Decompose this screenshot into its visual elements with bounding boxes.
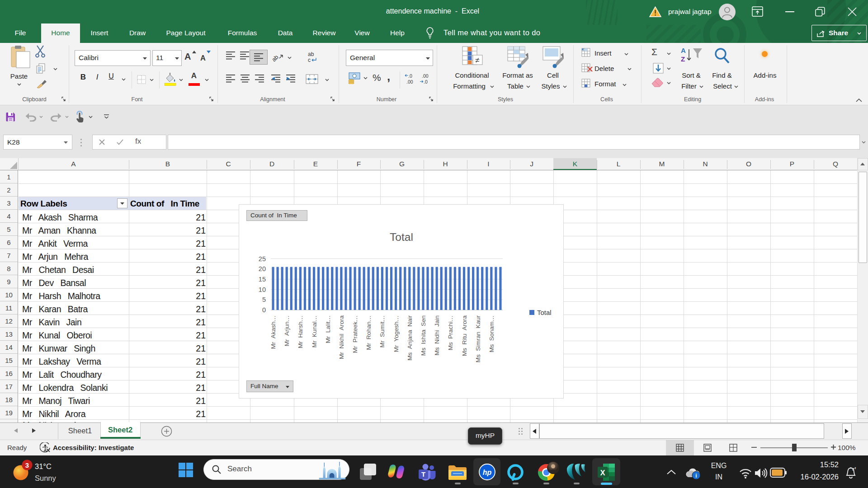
svg-text:i: i	[695, 473, 697, 479]
svg-text:Ms Prachi…: Ms Prachi…	[447, 315, 454, 350]
svg-text:5: 5	[262, 296, 266, 303]
svg-text:Ms Nidhi Jain: Ms Nidhi Jain	[434, 315, 440, 356]
svg-text:.0: .0	[424, 79, 428, 84]
svg-text:Mr Rohan…: Mr Rohan…	[365, 315, 372, 350]
svg-text:Mr Nikhil Arora: Mr Nikhil Arora	[338, 315, 345, 359]
svg-text:Ms Sonam…: Ms Sonam…	[488, 315, 495, 352]
svg-text:0: 0	[262, 306, 266, 314]
svg-text:Total: Total	[537, 309, 552, 316]
svg-text:A: A	[681, 47, 686, 54]
svg-text:25: 25	[259, 255, 266, 263]
svg-text:10: 10	[259, 286, 266, 293]
svg-text:Mr Harsh…: Mr Harsh…	[297, 315, 304, 348]
svg-text:Z: Z	[681, 55, 685, 63]
svg-text:Ms Simran Kaur: Ms Simran Kaur	[475, 315, 481, 363]
svg-text:hp: hp	[483, 469, 492, 476]
svg-text:ab: ab	[308, 51, 314, 57]
svg-text:Ms Ritu Arora: Ms Ritu Arora	[461, 315, 468, 357]
svg-text:.00: .00	[422, 73, 429, 79]
svg-text:Mr Kunal…: Mr Kunal…	[311, 315, 318, 347]
svg-text:.0: .0	[408, 73, 412, 79]
svg-text:≠: ≠	[475, 56, 479, 65]
svg-text:15: 15	[259, 276, 266, 283]
svg-text:Mr Arjun…: Mr Arjun…	[283, 315, 290, 346]
svg-text:Mr Lalit…: Mr Lalit…	[325, 315, 331, 343]
svg-text:ab: ab	[272, 54, 280, 63]
svg-text:z: z	[854, 466, 856, 469]
svg-text:Total: Total	[390, 231, 413, 243]
svg-text:.00: .00	[406, 79, 413, 84]
svg-text:c: c	[308, 57, 311, 63]
svg-text:Mr Yogesh…: Mr Yogesh…	[393, 315, 400, 352]
svg-text:X: X	[600, 469, 605, 477]
svg-text:Mr Prateek…: Mr Prateek…	[352, 315, 359, 353]
svg-text:Mr Sumit…: Mr Sumit…	[379, 315, 386, 347]
svg-text:T: T	[421, 470, 425, 478]
svg-text:Ms Anjana Nair: Ms Anjana Nair	[406, 315, 413, 361]
svg-text:20: 20	[259, 265, 266, 272]
svg-text:3: 3	[25, 461, 29, 469]
svg-text:Ms Ishita Sen: Ms Ishita Sen	[420, 315, 427, 356]
svg-text:Mr Akash…: Mr Akash…	[270, 315, 277, 349]
